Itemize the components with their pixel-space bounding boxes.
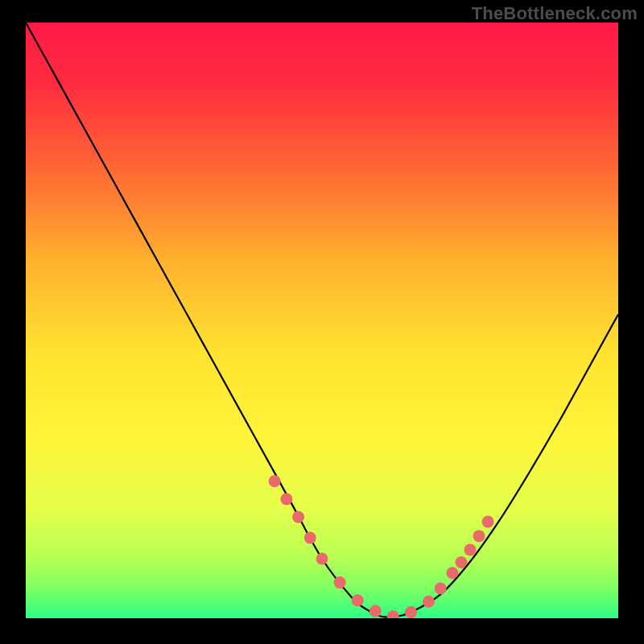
highlight-dot xyxy=(473,530,485,542)
highlight-dot xyxy=(334,576,346,588)
highlight-dot xyxy=(435,583,447,595)
highlight-dot xyxy=(446,567,458,579)
highlight-dot xyxy=(423,596,435,608)
highlight-dot xyxy=(304,532,316,544)
highlight-dot xyxy=(482,516,494,528)
highlight-dot xyxy=(464,543,477,555)
highlight-dot xyxy=(352,594,364,606)
highlight-dot xyxy=(369,605,382,617)
highlight-dot xyxy=(387,610,399,622)
highlight-dot xyxy=(405,606,417,618)
highlight-dot xyxy=(280,493,292,506)
highlight-dot xyxy=(269,475,281,487)
chart-frame: TheBottleneck.com xyxy=(0,0,644,644)
highlight-dot xyxy=(316,553,328,565)
bottleneck-chart xyxy=(0,0,644,644)
watermark-text: TheBottleneck.com xyxy=(472,3,638,24)
gradient-background xyxy=(26,23,618,618)
highlight-dot xyxy=(292,511,304,523)
highlight-dot xyxy=(455,556,467,568)
